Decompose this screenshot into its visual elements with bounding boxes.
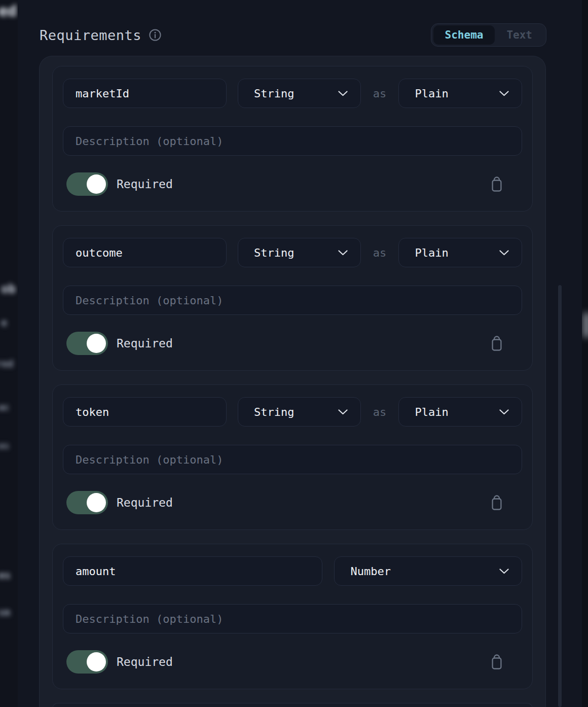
- trash-icon: [490, 176, 503, 193]
- type-select-value: String: [254, 406, 294, 418]
- required-toggle[interactable]: [66, 332, 108, 355]
- chevron-down-icon: [338, 409, 348, 415]
- description-input[interactable]: [63, 286, 522, 315]
- trash-icon: [490, 494, 503, 511]
- type-select-value: String: [254, 246, 294, 259]
- requirement-card: String as Plain Required: [52, 384, 533, 530]
- toggle-option-schema[interactable]: Schema: [433, 25, 495, 45]
- format-select-value: Plain: [415, 87, 448, 100]
- type-select[interactable]: String: [238, 79, 361, 108]
- chevron-down-icon: [338, 250, 348, 256]
- toggle-knob: [87, 493, 106, 512]
- chevron-down-icon: [499, 250, 509, 256]
- background-text-fragment: e: [1, 316, 7, 329]
- required-label: Required: [117, 496, 173, 509]
- as-label: as: [361, 406, 399, 418]
- chevron-down-icon: [338, 91, 348, 96]
- field-name-input[interactable]: [63, 238, 227, 267]
- view-mode-toggle: Schema Text: [431, 23, 546, 47]
- field-name-input[interactable]: [63, 397, 227, 427]
- background-page-left: ed ob e red ac es es sm: [0, 0, 18, 707]
- required-label: Required: [117, 337, 173, 350]
- requirements-list: String as Plain Required: [39, 56, 546, 707]
- background-text-fragment: es: [0, 440, 10, 451]
- required-toggle[interactable]: [66, 491, 108, 514]
- format-select-value: Plain: [415, 246, 448, 259]
- toggle-knob: [87, 652, 106, 671]
- as-label: as: [361, 87, 399, 100]
- background-text-fragment: ac: [0, 402, 10, 412]
- background-text-fragment: red: [0, 358, 13, 369]
- info-icon: [149, 28, 162, 42]
- format-select[interactable]: Plain: [398, 397, 522, 427]
- requirement-card: Number as Required: [52, 544, 533, 689]
- background-text-fragment: es: [0, 569, 11, 581]
- background-text-fragment: ob: [1, 282, 16, 296]
- format-select[interactable]: Plain: [398, 238, 522, 267]
- type-select[interactable]: Number: [334, 556, 522, 586]
- format-select-value: Plain: [415, 406, 448, 418]
- toggle-knob: [87, 334, 106, 353]
- toggle-option-text[interactable]: Text: [495, 25, 544, 45]
- delete-field-button[interactable]: [490, 335, 503, 352]
- toggle-knob: [87, 174, 106, 194]
- type-select-value: String: [254, 87, 294, 100]
- required-toggle[interactable]: [66, 650, 108, 674]
- chevron-down-icon: [499, 409, 509, 415]
- delete-field-button[interactable]: [490, 176, 503, 193]
- background-page-right: [582, 0, 588, 707]
- background-smudge: [583, 312, 588, 338]
- format-select[interactable]: Plain: [398, 79, 522, 108]
- required-label: Required: [117, 655, 173, 668]
- chevron-down-icon: [499, 569, 509, 574]
- background-text-fragment: sm: [0, 607, 10, 618]
- requirements-modal: Requirements Schema Text String: [18, 0, 582, 707]
- delete-field-button[interactable]: [490, 494, 503, 511]
- modal-header: Requirements Schema Text: [18, 0, 582, 56]
- delete-field-button[interactable]: [490, 654, 503, 670]
- chevron-down-icon: [499, 91, 509, 96]
- as-label: as: [361, 246, 399, 259]
- type-select[interactable]: String: [238, 238, 361, 267]
- page-title: Requirements: [40, 27, 141, 43]
- requirement-card: String as Plain Required: [52, 66, 533, 211]
- scrollbar-thumb[interactable]: [558, 285, 562, 707]
- requirement-card-partial: [52, 703, 533, 707]
- description-input[interactable]: [63, 126, 522, 156]
- field-name-input[interactable]: [63, 556, 322, 586]
- trash-icon: [490, 654, 503, 670]
- requirement-card: String as Plain Required: [52, 225, 533, 371]
- trash-icon: [490, 335, 503, 352]
- required-label: Required: [117, 178, 173, 191]
- type-select[interactable]: String: [238, 397, 361, 427]
- background-text-fragment: ed: [0, 2, 17, 20]
- description-input[interactable]: [63, 445, 522, 474]
- info-button[interactable]: [149, 28, 162, 42]
- field-name-input[interactable]: [63, 79, 227, 108]
- description-input[interactable]: [63, 604, 522, 633]
- type-select-value: Number: [350, 565, 390, 578]
- required-toggle[interactable]: [66, 172, 108, 196]
